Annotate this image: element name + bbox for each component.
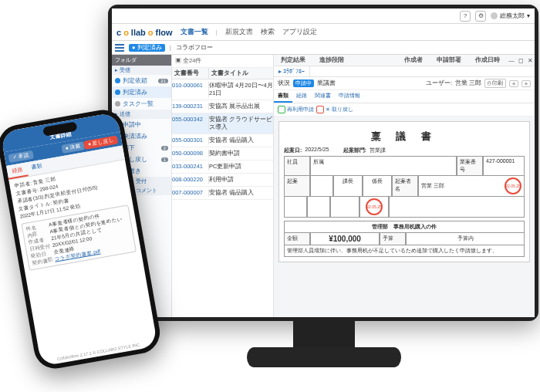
user-name: 営業 三郎 xyxy=(455,79,481,87)
crumb-folder: コラボフロー xyxy=(176,43,213,52)
desktop-screen: ? ⚙ 総務太郎 ▾ collaboflow 文書一覧 | 新規文書 検索 アプ… xyxy=(112,8,535,317)
subtab-related[interactable]: 関連書 xyxy=(311,90,335,103)
prev-button[interactable]: « xyxy=(509,80,518,87)
doc-title: 稟 議 書 xyxy=(284,130,525,144)
document-viewer[interactable]: 稟 議 書 起案日: 2022/5/25 起案部門: 営業課 社員 所属 業案番… xyxy=(274,117,535,317)
subtab-route[interactable]: 経路 xyxy=(292,90,311,103)
window-topbar: ? ⚙ 総務太郎 ▾ xyxy=(112,8,535,24)
list-count: ▣ 全24件 xyxy=(172,55,273,68)
preview-actions: 再利用申請 ✕ 取り戻し xyxy=(274,103,535,117)
col-docno[interactable]: 文書番号 xyxy=(172,68,209,79)
list-row[interactable]: 055-000342安協者 クラウドサービス導入 xyxy=(172,113,273,134)
cell-no: 業案番号 xyxy=(457,156,483,176)
reuse-button[interactable]: 再利用申請 xyxy=(278,106,314,113)
minimize-icon[interactable]: — xyxy=(508,56,515,64)
sidebar-group-send[interactable]: ▸ 送信 xyxy=(112,110,171,119)
cell-emp: 社員 xyxy=(284,156,310,176)
app-header: collaboflow 文書一覧 | 新規文書 検索 アプリ設定 xyxy=(112,24,535,41)
brand-logo: collaboflow xyxy=(116,28,173,37)
list-row[interactable]: 139-000231安協高 展示品出展 xyxy=(172,100,273,113)
user-label: ユーザー: xyxy=(426,79,452,87)
mobile-footer: Collaboflow 2.17.1 © COLLABO STYLE INC. xyxy=(40,340,157,364)
withdraw-button[interactable]: ✕ 取り戻し xyxy=(316,106,353,113)
col-stage[interactable]: 進捗段階 xyxy=(312,55,351,66)
list-row[interactable]: 050-000098契約書申請 xyxy=(172,147,273,161)
breadcrumb-bar: ● 判定済み | コラボフロー xyxy=(112,41,535,55)
col-dept[interactable]: 申請部署 xyxy=(430,55,468,66)
budget-label: 予算 xyxy=(380,232,406,245)
preview-meta: 状況 申請中 業議書 ユーザー: 営業 三郎 ⎙ 印刷 « » xyxy=(274,77,535,90)
sidebar-item-request[interactable]: 判定依頼21 xyxy=(112,75,171,86)
list-header: 文書番号 文書タイトル xyxy=(172,68,273,79)
next-button[interactable]: » xyxy=(521,80,531,87)
preview-tabbar: ▸ ｺﾗﾎﾞﾌﾛｰ xyxy=(274,66,535,77)
col-title[interactable]: 文書タイトル xyxy=(209,68,273,79)
list-row[interactable]: 055-000301安協者 備品購入 xyxy=(172,134,273,147)
mobile-body[interactable]: 申請者: 営業 三郎 文書番号: 298-024 承認者(3/3):判定依頼受付… xyxy=(8,160,141,275)
cell-draft: 起案 xyxy=(284,175,310,197)
hamburger-icon[interactable] xyxy=(115,44,124,52)
status-label: 状況 xyxy=(278,79,290,87)
print-button[interactable]: ⎙ 印刷 xyxy=(484,79,506,88)
close-icon[interactable]: ✕ xyxy=(526,56,534,64)
sidebar-item-judged[interactable]: 判定済み xyxy=(112,86,171,98)
doc-type: 業議書 xyxy=(317,79,336,87)
col-date[interactable]: 作成日時 xyxy=(468,55,507,66)
preview-tab[interactable]: ▸ ｺﾗﾎﾞﾌﾛｰ xyxy=(274,66,310,76)
doc-body: 管理部人員増加に伴い、事務用机が不足しているため追加で購入したく申請致します。 xyxy=(284,245,525,257)
settings-icon[interactable]: ⚙ xyxy=(475,11,486,22)
subtab-info[interactable]: 申請情報 xyxy=(335,90,364,103)
current-user[interactable]: 総務太郎 ▾ xyxy=(491,12,530,20)
nav-new[interactable]: 新規文書 xyxy=(225,28,253,37)
drafter-name: 営業 三郎 xyxy=(421,182,444,190)
preview-pane: 判定結果 進捗段階 作成者 申請部署 作成日時 — ◻ ✕ ▸ ｺﾗﾎﾞﾌﾛｰ … xyxy=(274,55,535,317)
status-badge: 申請中 xyxy=(293,79,314,87)
sidebar-group-recv[interactable]: ▸ 受信 xyxy=(112,66,171,75)
cell-no-v: 427-000001 xyxy=(483,156,525,176)
date-label: 起案日: xyxy=(284,147,302,154)
col-creator[interactable]: 作成者 xyxy=(397,55,430,66)
list-row[interactable]: 010-000061休暇申請 4月20日〜4月21日 xyxy=(172,79,273,100)
stamp-icon: 22.05.25 xyxy=(366,198,383,215)
sidebar-item-tasks[interactable]: タスク一覧 xyxy=(112,98,171,110)
nav-doclist[interactable]: 文書一覧 xyxy=(181,28,208,37)
help-icon[interactable]: ? xyxy=(460,11,471,22)
nav-app[interactable]: アプリ設定 xyxy=(282,28,317,37)
stamp-icon: 22.05.25 xyxy=(505,177,521,194)
sidebar-heading-folders: フォルダ xyxy=(112,55,171,66)
crumb-status[interactable]: ● 判定済み xyxy=(129,44,165,52)
list-row[interactable]: 007-000007安協者 備品購入 xyxy=(172,187,273,200)
ringi-document: 稟 議 書 起案日: 2022/5/25 起案部門: 営業課 社員 所属 業案番… xyxy=(278,121,530,262)
subtab-doc[interactable]: 書類 xyxy=(274,90,292,103)
date-value: 2022/5/25 xyxy=(305,147,329,154)
subject: 管理部 事務用机購入の件 xyxy=(284,221,525,233)
mobile-back[interactable]: ● 決裁 xyxy=(61,141,85,154)
col-result[interactable]: 判定結果 xyxy=(274,55,312,66)
maximize-icon[interactable]: ◻ xyxy=(517,56,525,64)
desktop-monitor-frame: ? ⚙ 総務太郎 ▾ collaboflow 文書一覧 | 新規文書 検索 アプ… xyxy=(108,5,538,321)
cell-emp-v: 所属 xyxy=(310,156,457,176)
approve-button[interactable]: ✓ 承認 xyxy=(8,150,33,162)
amount-label: 金額 xyxy=(284,232,310,245)
preview-subtabs: 書類 経路 関連書 申請情報 xyxy=(274,90,535,103)
preview-columns: 判定結果 進捗段階 作成者 申請部署 作成日時 — ◻ ✕ xyxy=(274,55,535,66)
monitor-stand xyxy=(293,321,355,352)
cell-name-l: 起案者名 xyxy=(392,175,418,197)
amount-value: ¥100,000 xyxy=(310,232,380,245)
list-row[interactable]: 033-000241PC更新申請 xyxy=(172,161,273,174)
document-list: ▣ 全24件 文書番号 文書タイトル 010-000061休暇申請 4月20日〜… xyxy=(172,55,274,317)
dept-value: 営業課 xyxy=(370,147,386,154)
nav-search[interactable]: 検索 xyxy=(261,28,275,37)
dept-label: 起案部門: xyxy=(343,147,366,154)
budget-value: 予算内 xyxy=(406,232,525,245)
list-row[interactable]: 008-000220利用申請 xyxy=(172,174,273,187)
